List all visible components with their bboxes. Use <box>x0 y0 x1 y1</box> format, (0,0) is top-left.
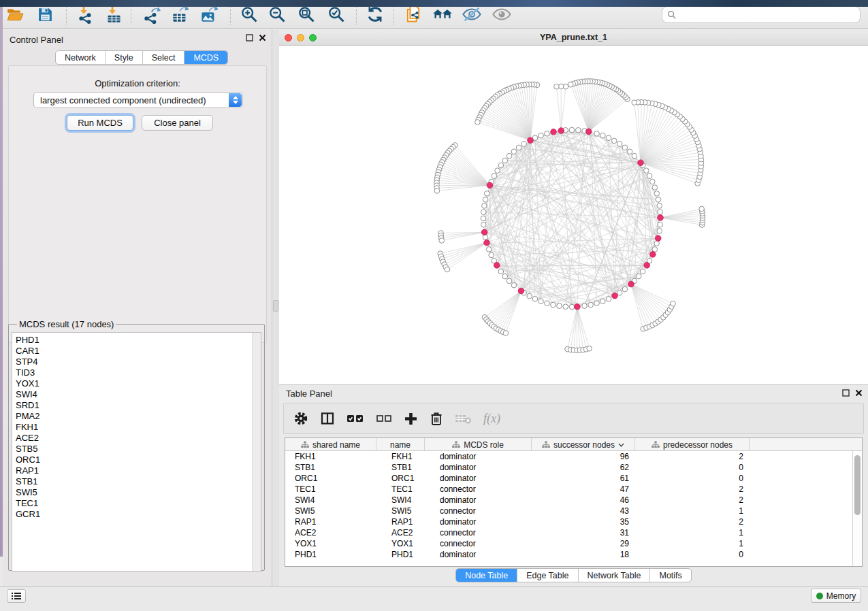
scrollbar-thumb[interactable] <box>854 455 861 515</box>
result-list-item[interactable]: PHD1 <box>16 335 261 346</box>
tab-network[interactable]: Network <box>56 51 106 64</box>
tab-style[interactable]: Style <box>106 51 143 64</box>
cell-MCDS-role: connector <box>425 484 532 495</box>
mcds-panel: Optimization criterion: largest connecte… <box>8 65 267 343</box>
result-list-item[interactable]: STP4 <box>16 357 261 367</box>
result-list-item[interactable]: SWI4 <box>16 389 261 400</box>
table-row[interactable]: STB1STB1dominator620 <box>285 462 862 473</box>
result-list-item[interactable]: SWI5 <box>16 487 261 498</box>
cell-shared-name: SWI4 <box>285 495 376 506</box>
cell-predecessor-nodes: 1 <box>635 527 750 538</box>
column-header-MCDS-role[interactable]: MCDS role <box>425 438 532 451</box>
result-list-item[interactable]: STB1 <box>16 476 261 487</box>
column-label: name <box>390 440 411 450</box>
table-row[interactable]: ACE2ACE2connector311 <box>285 527 862 538</box>
table-row[interactable]: FKH1FKH1dominator962 <box>285 451 862 462</box>
run-mcds-button[interactable]: Run MCDS <box>67 115 133 131</box>
cell-name: YOX1 <box>376 538 425 549</box>
result-list-item[interactable]: TID3 <box>16 367 261 378</box>
column-header-shared-name[interactable]: shared name <box>285 438 376 451</box>
cell-shared-name: STB1 <box>285 462 376 473</box>
select-all-columns-icon[interactable] <box>347 412 364 425</box>
column-header-successor-nodes[interactable]: successor nodes <box>532 438 635 451</box>
result-list-item[interactable]: ORC1 <box>16 455 261 465</box>
cell-successor-nodes: 43 <box>532 506 635 516</box>
search-field[interactable] <box>679 10 860 20</box>
control-panel-tabs: NetworkStyleSelectMCDS <box>55 50 228 65</box>
cell-name: ACE2 <box>376 527 425 538</box>
result-list-item[interactable]: FKH1 <box>16 422 261 433</box>
vertical-splitter[interactable] <box>272 30 279 587</box>
close-panel-icon[interactable] <box>259 34 266 42</box>
cell-shared-name: FKH1 <box>285 451 376 462</box>
tab-network-table[interactable]: Network Table <box>579 569 651 582</box>
table-panel: Table Panel f(x) shared namenameMCDS rol… <box>279 384 868 587</box>
criterion-dropdown[interactable]: largest connected component (undirected) <box>33 92 243 108</box>
show-columns-icon[interactable] <box>320 411 335 426</box>
result-scrollbar[interactable] <box>252 333 261 571</box>
column-label: shared name <box>312 440 360 450</box>
cell-successor-nodes: 46 <box>532 495 635 506</box>
network-canvas[interactable] <box>279 46 868 384</box>
column-header-name[interactable]: name <box>376 438 425 451</box>
table-row[interactable]: ORC1ORC1dominator610 <box>285 473 862 484</box>
create-column-icon[interactable] <box>404 412 418 426</box>
tab-motifs[interactable]: Motifs <box>650 569 690 582</box>
result-list-item[interactable]: PMA2 <box>16 411 261 422</box>
result-list-item[interactable]: GCR1 <box>16 509 261 520</box>
show-panels-list-button[interactable] <box>7 589 26 603</box>
mcds-result-list[interactable]: PHD1CAR1STP4TID3YOX1SWI4SRD1PMA2FKH1ACE2… <box>12 332 261 572</box>
criterion-value: largest connected component (undirected) <box>40 95 206 105</box>
shared-column-icon <box>652 441 660 448</box>
network-graph[interactable] <box>279 46 868 384</box>
result-list-item[interactable]: YOX1 <box>16 378 261 389</box>
close-panel-icon[interactable] <box>855 389 863 397</box>
column-label: MCDS role <box>464 440 504 450</box>
table-row[interactable]: PHD1PHD1dominator180 <box>285 549 862 560</box>
result-list-item[interactable]: CAR1 <box>16 346 261 357</box>
result-list-item[interactable]: SRD1 <box>16 400 261 411</box>
result-list-item[interactable]: STB5 <box>16 444 261 455</box>
memory-button[interactable]: Memory <box>811 589 861 603</box>
toolbar-separator <box>66 4 67 24</box>
cell-predecessor-nodes: 0 <box>635 549 750 560</box>
search-input[interactable] <box>662 6 861 23</box>
table-row[interactable]: SWI4SWI4dominator462 <box>285 495 862 506</box>
table-options-gear-icon[interactable] <box>293 411 308 426</box>
splitter-handle[interactable] <box>273 300 278 312</box>
network-window-titlebar[interactable]: YPA_prune.txt_1 <box>279 30 868 46</box>
cell-predecessor-nodes: 2 <box>635 516 750 527</box>
cell-name: SWI5 <box>376 506 425 516</box>
desktop-background <box>0 0 868 7</box>
node-table: shared namenameMCDS rolesuccessor nodesp… <box>285 437 863 567</box>
shared-column-icon <box>301 441 309 448</box>
table-scrollbar[interactable] <box>852 451 862 566</box>
cell-predecessor-nodes: 1 <box>635 506 750 516</box>
delete-table-icon-disabled <box>455 412 472 425</box>
network-title: YPA_prune.txt_1 <box>279 33 868 42</box>
delete-column-icon[interactable] <box>430 411 443 426</box>
toolbar-separator <box>230 4 231 24</box>
table-row[interactable]: SWI5SWI5connector431 <box>285 506 862 516</box>
tab-mcds[interactable]: MCDS <box>184 51 227 64</box>
cell-name: SWI4 <box>376 495 425 506</box>
sort-chevron-icon <box>618 443 624 447</box>
tab-edge-table[interactable]: Edge Table <box>517 569 578 582</box>
table-row[interactable]: YOX1YOX1connector291 <box>285 538 862 549</box>
shared-column-icon <box>452 441 460 448</box>
cell-successor-nodes: 29 <box>532 538 635 549</box>
tab-node-table[interactable]: Node Table <box>456 569 517 582</box>
close-panel-button[interactable]: Close panel <box>142 115 213 131</box>
result-list-item[interactable]: RAP1 <box>16 465 261 476</box>
cell-name: ORC1 <box>376 473 425 484</box>
table-row[interactable]: RAP1RAP1dominator352 <box>285 516 862 527</box>
unselect-all-columns-icon[interactable] <box>376 412 392 425</box>
float-panel-icon[interactable] <box>842 389 850 397</box>
tab-select[interactable]: Select <box>143 51 185 64</box>
cell-successor-nodes: 18 <box>532 549 635 560</box>
result-list-item[interactable]: TEC1 <box>16 498 261 509</box>
result-list-item[interactable]: ACE2 <box>16 433 261 444</box>
column-header-predecessor-nodes[interactable]: predecessor nodes <box>635 438 750 451</box>
float-panel-icon[interactable] <box>246 34 253 42</box>
table-row[interactable]: TEC1TEC1connector472 <box>285 484 862 495</box>
